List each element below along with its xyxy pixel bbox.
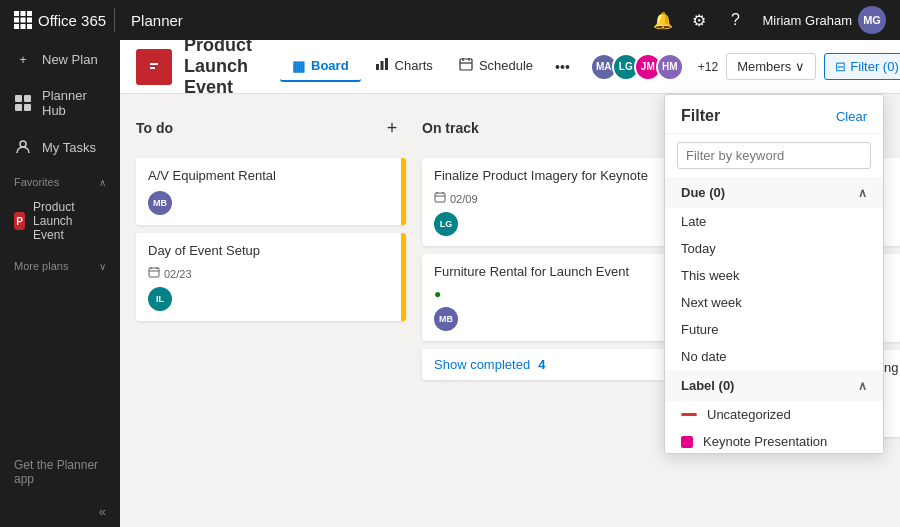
filter-search [665,134,883,177]
board-header-right: MA LG JM HM +12 Members ∨ ⊟ Filter (0) ∨… [590,53,900,81]
task-footer: MB ••• [434,307,680,331]
task-priority-bar [401,233,406,321]
avatar: MG [858,6,886,34]
task-meta: 02/09 [434,191,680,206]
svg-point-13 [20,141,26,147]
filter-label-uncategorized[interactable]: Uncategorized [665,401,883,428]
topbar-appname: Planner [131,12,183,29]
filter-due-section[interactable]: Due (0) ∧ [665,177,883,208]
bell-icon[interactable]: 🔔 [648,5,678,35]
sidebar-item-my-tasks[interactable]: My Tasks [0,128,120,166]
filter-icon: ⊟ [835,59,846,74]
task-date: 02/23 [148,266,192,281]
nav-more-icon[interactable]: ••• [547,53,578,81]
filter-panel: Filter Clear Due (0) ∧ Late Today This w… [664,94,884,454]
svg-rect-4 [21,18,26,23]
filter-label-section[interactable]: Label (0) ∧ [665,370,883,401]
task-card[interactable]: Day of Event Setup 02/23 IL ••• [136,233,406,321]
task-footer: IL ••• [148,287,394,311]
username: Miriam Graham [762,13,852,28]
topbar-right: 🔔 ⚙ ? Miriam Graham MG [648,2,892,38]
user-menu[interactable]: Miriam Graham MG [756,2,892,38]
topbar-divider [114,8,115,32]
task-title: Finalize Product Imagery for Keynote [434,168,680,183]
task-assignee-avatar: MB [148,191,172,215]
show-completed-button[interactable]: Show completed 4 ∨ [422,349,692,380]
filter-due-late[interactable]: Late [665,208,883,235]
bucket-todo-title: To do [136,120,173,136]
filter-due-today[interactable]: Today [665,235,883,262]
task-title: Furniture Rental for Launch Event [434,264,680,279]
topbar: Office 365 Planner 🔔 ⚙ ? Miriam Graham M… [0,0,900,40]
members-chevron-icon: ∨ [795,59,805,74]
svg-rect-2 [27,11,32,16]
board-nav: ▦ Board Charts Schedule ••• [280,51,578,82]
bucket-ontrack: On track + Finalize Product Imagery for … [422,110,692,380]
bucket-todo: To do + A/V Equipment Rental MB ••• Day … [136,110,406,321]
task-title: A/V Equipment Rental [148,168,394,183]
filter-due-nextweek[interactable]: Next week [665,289,883,316]
sidebar-item-new-plan[interactable]: + New Plan [0,40,120,78]
bucket-ontrack-title: On track [422,120,479,136]
settings-icon[interactable]: ⚙ [684,5,714,35]
filter-panel-title: Filter [681,107,720,125]
sidebar-collapse-button[interactable]: « [0,496,120,527]
svg-rect-3 [14,18,19,23]
members-more-count[interactable]: +12 [698,60,718,74]
filter-due-future[interactable]: Future [665,316,883,343]
svg-rect-0 [14,11,19,16]
filter-button[interactable]: ⊟ Filter (0) ∨ [824,53,900,80]
member-avatar-hm[interactable]: HM [656,53,684,81]
schedule-icon [459,57,473,74]
task-footer: MB ••• [148,191,394,215]
svg-rect-21 [149,268,159,277]
label-color-dot [681,413,697,416]
sidebar-item-product-launch[interactable]: P Product Launch Event [0,192,120,250]
bucket-todo-add-button[interactable]: + [378,114,406,142]
member-avatars: MA LG JM HM [590,53,684,81]
task-date-value: 02/23 [164,268,192,280]
filter-label-keynote[interactable]: Keynote Presentation [665,428,883,454]
svg-rect-10 [24,95,31,102]
task-footer: LG ••• [434,212,680,236]
filter-due-nodate[interactable]: No date [665,343,883,370]
my-tasks-icon [14,138,32,156]
filter-label-label: Label (0) [681,378,734,393]
svg-rect-25 [435,193,445,202]
svg-rect-11 [15,104,22,111]
help-icon[interactable]: ? [720,5,750,35]
filter-due-thisweek[interactable]: This week [665,262,883,289]
nav-schedule[interactable]: Schedule [447,51,545,82]
svg-rect-8 [27,24,32,29]
bucket-todo-header: To do + [136,110,406,150]
nav-board[interactable]: ▦ Board [280,52,361,82]
filter-due-chevron-icon: ∧ [858,186,867,200]
bucket-ontrack-header: On track + [422,110,692,150]
members-button[interactable]: Members ∨ [726,53,816,80]
task-meta: 02/23 [148,266,394,281]
get-planner-app[interactable]: Get the Planner app [0,448,120,496]
svg-rect-7 [21,24,26,29]
board-logo [136,49,172,85]
svg-rect-1 [21,11,26,16]
task-assignee-avatar: MB [434,307,458,331]
planner-hub-icon [14,94,32,112]
filter-panel-header: Filter Clear [665,95,883,134]
filter-clear-button[interactable]: Clear [836,109,867,124]
new-plan-icon: + [14,50,32,68]
task-date: ● [434,287,441,301]
task-card[interactable]: Furniture Rental for Launch Event ● MB •… [422,254,692,341]
filter-search-input[interactable] [677,142,871,169]
favorites-chevron-icon[interactable]: ∧ [99,177,106,188]
task-card[interactable]: Finalize Product Imagery for Keynote 02/… [422,158,692,246]
board-title: Product Launch Event [184,40,252,98]
more-plans-chevron-icon[interactable]: ∨ [99,261,106,272]
apps-icon[interactable] [8,5,38,35]
task-date-value: 02/09 [450,193,478,205]
show-completed-label: Show completed [434,357,530,372]
task-card[interactable]: A/V Equipment Rental MB ••• [136,158,406,225]
nav-charts[interactable]: Charts [363,51,445,82]
svg-rect-5 [27,18,32,23]
task-assignee-avatar: IL [148,287,172,311]
sidebar-item-planner-hub[interactable]: Planner Hub [0,78,120,128]
